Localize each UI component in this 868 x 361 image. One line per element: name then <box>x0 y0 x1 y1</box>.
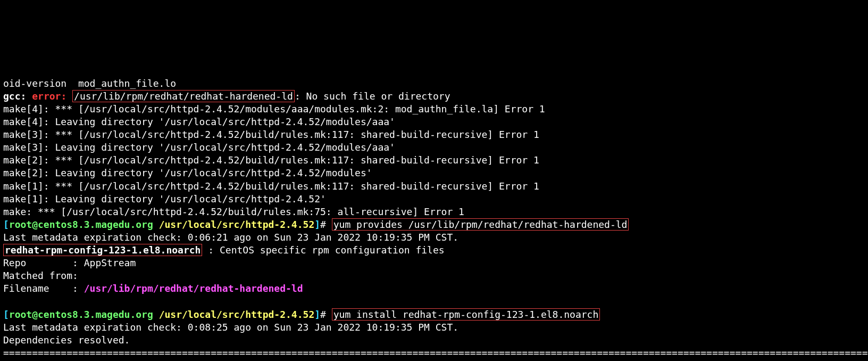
package-result-highlight: redhat-rpm-config-123-1.el8.noarch <box>3 244 202 256</box>
prompt-hash: # <box>320 219 332 230</box>
output-line: Repo : AppStream <box>3 257 136 268</box>
terminal-output[interactable]: oid-version mod_authn_file.lo gcc: error… <box>0 64 868 361</box>
prompt-cwd: /usr/local/src/httpd-2.4.52 <box>159 219 315 230</box>
gcc-error-label: error: <box>32 91 66 102</box>
prompt-bracket-open: [ <box>3 309 9 320</box>
prompt-user-host: root@centos8.3.magedu.org <box>9 309 153 320</box>
prompt-bracket-close: ] <box>314 309 320 320</box>
gcc-prefix: gcc: <box>3 91 26 102</box>
gcc-error-suffix: : No such file or directory <box>295 91 450 102</box>
make-line: make[4]: *** [/usr/local/src/httpd-2.4.5… <box>3 103 545 114</box>
prompt-bracket-close: ] <box>314 219 320 230</box>
prompt-bracket-open: [ <box>3 219 9 230</box>
make-line: make: *** [/usr/local/src/httpd-2.4.52/b… <box>3 206 464 217</box>
make-line: make[2]: *** [/usr/local/src/httpd-2.4.5… <box>3 154 539 166</box>
package-result-desc: : CentOS specific rpm configuration file… <box>202 244 444 256</box>
compile-line: oid-version mod_authn_file.lo <box>3 78 176 89</box>
make-line: make[3]: Leaving directory '/usr/local/s… <box>3 142 395 153</box>
make-line: make[2]: Leaving directory '/usr/local/s… <box>3 167 372 178</box>
command-yum-provides: yum provides /usr/lib/rpm/redhat/redhat-… <box>332 218 629 231</box>
prompt-user-host: root@centos8.3.magedu.org <box>9 219 153 230</box>
output-line: Dependencies resolved. <box>3 334 130 346</box>
gcc-error-path-highlight: /usr/lib/rpm/redhat/redhat-hardened-ld <box>72 90 295 102</box>
filename-value: /usr/lib/rpm/redhat/redhat-hardened-ld <box>84 283 303 294</box>
table-rule: ========================================… <box>3 347 868 358</box>
make-line: make[4]: Leaving directory '/usr/local/s… <box>3 116 395 127</box>
output-line: Matched from: <box>3 270 78 281</box>
filename-label: Filename : <box>3 283 84 294</box>
output-line: Last metadata expiration check: 0:06:21 … <box>3 232 458 243</box>
make-line: make[1]: Leaving directory '/usr/local/s… <box>3 193 326 204</box>
prompt-cwd: /usr/local/src/httpd-2.4.52 <box>159 309 315 320</box>
make-line: make[1]: *** [/usr/local/src/httpd-2.4.5… <box>3 180 539 192</box>
make-line: make[3]: *** [/usr/local/src/httpd-2.4.5… <box>3 129 539 140</box>
command-yum-install: yum install redhat-rpm-config-123-1.el8.… <box>332 308 600 321</box>
output-line: Last metadata expiration check: 0:08:25 … <box>3 322 458 333</box>
prompt-hash: # <box>320 309 332 320</box>
